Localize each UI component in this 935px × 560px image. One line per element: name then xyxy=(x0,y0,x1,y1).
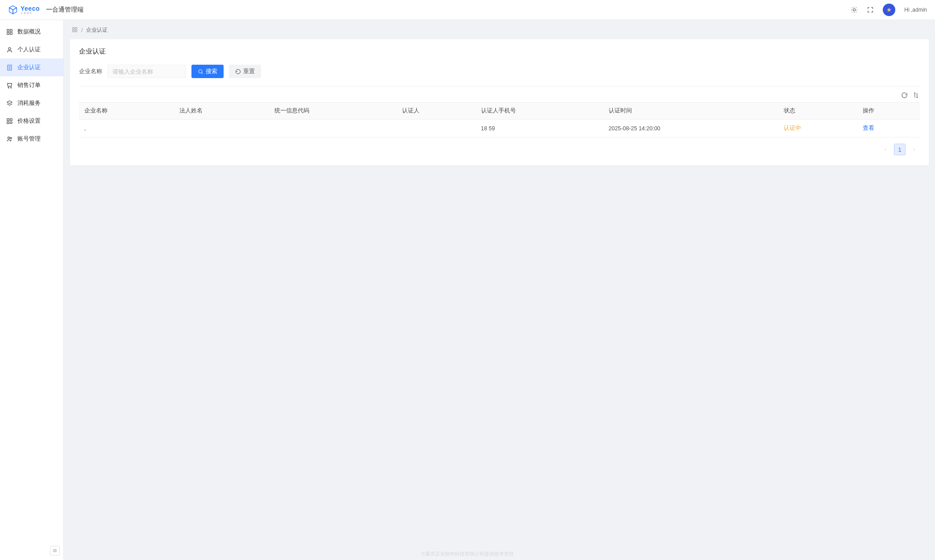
col-legal: 法人姓名 xyxy=(174,103,269,120)
col-code: 统一信息代码 xyxy=(269,103,397,120)
svg-rect-13 xyxy=(7,29,9,31)
col-phone: 认证人手机号 xyxy=(476,103,603,120)
svg-point-17 xyxy=(8,47,11,50)
header: Yeeco 正安软件 一合通管理端 Hi ,admin xyxy=(0,0,935,20)
svg-rect-14 xyxy=(10,29,12,31)
svg-rect-25 xyxy=(7,118,9,120)
page-next-button[interactable] xyxy=(908,144,920,155)
search-bar: 企业名称 搜索 重置 xyxy=(79,65,920,87)
page-prev-button[interactable] xyxy=(880,144,891,155)
svg-rect-36 xyxy=(73,30,75,32)
sidebar-item-dashboard[interactable]: 数据概况 xyxy=(0,23,63,41)
content-card: 企业认证 企业名称 搜索 重置 xyxy=(70,39,929,165)
app-title: 一合通管理端 xyxy=(46,6,83,14)
sidebar-item-label: 企业认证 xyxy=(17,63,41,71)
building-icon xyxy=(6,64,13,71)
sidebar: 数据概况 个人认证 企业认证 销售订单 消耗服务 价格设置 账号管理 xyxy=(0,20,64,560)
cell-legal xyxy=(174,120,269,137)
reset-button[interactable]: 重置 xyxy=(229,65,261,78)
sidebar-item-enterprise-auth[interactable]: 企业认证 xyxy=(0,58,63,76)
table-settings-icon[interactable] xyxy=(913,92,920,99)
svg-marker-1 xyxy=(9,8,13,14)
theme-toggle-icon[interactable] xyxy=(851,6,858,13)
logo-brand: Yeeco xyxy=(21,5,40,12)
svg-marker-24 xyxy=(7,100,12,103)
breadcrumb-sep: / xyxy=(81,27,83,33)
col-status: 状态 xyxy=(778,103,857,120)
page-number[interactable]: 1 xyxy=(894,144,906,155)
sidebar-item-label: 消耗服务 xyxy=(17,99,41,107)
svg-line-9 xyxy=(856,12,857,12)
svg-rect-34 xyxy=(73,27,75,29)
company-name-input[interactable] xyxy=(108,65,186,78)
sidebar-item-label: 数据概况 xyxy=(17,28,41,36)
account-icon xyxy=(6,136,13,142)
svg-line-11 xyxy=(856,8,857,8)
svg-marker-2 xyxy=(13,8,17,14)
svg-marker-12 xyxy=(887,8,891,12)
breadcrumb-current: 企业认证 xyxy=(86,26,108,34)
sidebar-item-personal-auth[interactable]: 个人认证 xyxy=(0,41,63,58)
cell-phone: 18 59 xyxy=(476,120,603,137)
svg-marker-0 xyxy=(9,6,17,10)
sidebar-item-orders[interactable]: 销售订单 xyxy=(0,76,63,94)
chevron-right-icon xyxy=(912,147,916,152)
svg-point-22 xyxy=(8,87,9,88)
table-refresh-icon[interactable] xyxy=(901,92,908,99)
dashboard-icon xyxy=(6,29,13,35)
cell-code xyxy=(269,120,397,137)
logo[interactable]: Yeeco 正安软件 xyxy=(8,5,40,15)
col-action: 操作 xyxy=(857,103,920,120)
sidebar-item-label: 个人认证 xyxy=(17,46,41,54)
table-row: , 18 59 2025-08-25 14:20:00 认证中 查看 xyxy=(79,120,920,137)
sidebar-item-accounts[interactable]: 账号管理 xyxy=(0,130,63,148)
sidebar-item-label: 账号管理 xyxy=(17,135,41,143)
search-button[interactable]: 搜索 xyxy=(191,65,224,78)
cell-company: , xyxy=(79,120,174,137)
logo-cube-icon xyxy=(8,5,18,15)
svg-rect-27 xyxy=(7,121,9,123)
cell-status: 认证中 xyxy=(778,120,857,137)
cell-certifier xyxy=(397,120,476,137)
avatar[interactable] xyxy=(883,4,895,16)
footer: ©重庆正安软件科技有限公司提供技术支持 xyxy=(421,551,513,557)
search-button-label: 搜索 xyxy=(206,67,217,75)
page-title: 企业认证 xyxy=(79,47,920,56)
svg-line-10 xyxy=(852,12,852,12)
col-time: 认证时间 xyxy=(603,103,779,120)
svg-point-23 xyxy=(11,87,12,88)
svg-rect-26 xyxy=(10,118,12,120)
svg-rect-37 xyxy=(75,30,77,32)
pagination: 1 xyxy=(79,144,920,155)
user-icon xyxy=(6,46,13,53)
sidebar-item-consumption[interactable]: 消耗服务 xyxy=(0,94,63,112)
svg-point-38 xyxy=(199,70,202,73)
svg-line-39 xyxy=(202,72,203,73)
reset-icon xyxy=(235,69,241,75)
fullscreen-icon[interactable] xyxy=(867,6,874,13)
reset-button-label: 重置 xyxy=(243,67,255,75)
sidebar-item-label: 销售订单 xyxy=(17,81,41,89)
sidebar-item-label: 价格设置 xyxy=(17,117,41,125)
sidebar-item-pricing[interactable]: 价格设置 xyxy=(0,112,63,130)
svg-rect-15 xyxy=(7,32,9,34)
svg-point-3 xyxy=(853,8,856,11)
col-company: 企业名称 xyxy=(79,103,174,120)
main: / 企业认证 企业认证 企业名称 搜索 重置 xyxy=(64,20,935,560)
svg-point-29 xyxy=(8,137,9,138)
search-label: 企业名称 xyxy=(79,67,102,75)
data-table: 企业名称 法人姓名 统一信息代码 认证人 认证人手机号 认证时间 状态 操作 , xyxy=(79,102,920,137)
tag-icon xyxy=(6,118,13,124)
sidebar-collapse-button[interactable] xyxy=(50,546,60,556)
svg-point-30 xyxy=(10,137,12,139)
svg-point-28 xyxy=(10,121,12,123)
view-link[interactable]: 查看 xyxy=(863,125,874,131)
search-icon xyxy=(198,69,204,75)
cart-icon xyxy=(6,82,13,89)
svg-line-8 xyxy=(852,8,852,8)
col-certifier: 认证人 xyxy=(397,103,476,120)
user-label: Hi ,admin xyxy=(904,7,927,13)
chevron-left-icon xyxy=(883,147,888,152)
home-icon[interactable] xyxy=(72,27,78,34)
stack-icon xyxy=(6,100,13,107)
